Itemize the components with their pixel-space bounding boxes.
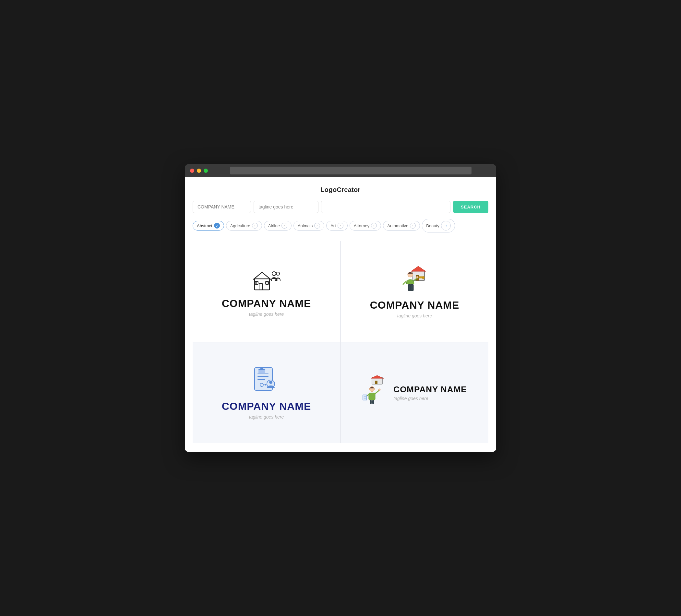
logo-company-name-3: COMPANY NAME: [222, 401, 311, 412]
extra-search-input[interactable]: [321, 201, 450, 213]
titlebar: [185, 164, 496, 177]
logo-company-name-2: COMPANY NAME: [370, 299, 459, 311]
close-button[interactable]: [190, 169, 194, 173]
svg-rect-24: [411, 284, 413, 291]
filter-chip-airline[interactable]: Airline: [264, 221, 292, 231]
check-icon-airline: [281, 223, 287, 229]
filter-label-attorney: Attorney: [354, 223, 369, 228]
svg-rect-47: [370, 400, 372, 404]
logo-tagline-2: tagline goes here: [397, 313, 432, 318]
tagline-input[interactable]: [254, 201, 319, 213]
svg-rect-48: [372, 400, 374, 404]
filter-bar: Abstract Agriculture Airline Animals Art…: [193, 219, 488, 236]
filter-label-airline: Airline: [268, 223, 280, 228]
logo-card-3[interactable]: COMPANY NAME tagline goes here: [193, 342, 340, 443]
svg-point-32: [269, 381, 272, 384]
svg-point-11: [276, 272, 280, 275]
filter-chip-beauty[interactable]: Beauty →: [422, 219, 455, 232]
search-bar: SEARCH: [193, 201, 488, 213]
logo-card-2[interactable]: COMPANY NAME tagline goes here: [341, 241, 488, 342]
svg-line-20: [403, 281, 406, 284]
logo-company-name-1: COMPANY NAME: [222, 298, 311, 310]
svg-rect-1: [259, 283, 262, 290]
logo-tagline-3: tagline goes here: [249, 414, 284, 419]
logo-tagline-4: tagline goes here: [393, 396, 466, 401]
filter-chip-automotive[interactable]: Automotive: [383, 221, 420, 231]
svg-point-42: [378, 389, 380, 391]
filter-label-animals: Animals: [298, 223, 312, 228]
svg-rect-18: [423, 277, 424, 279]
url-bar[interactable]: [230, 166, 472, 174]
app-window: LogoCreator SEARCH Abstract Agriculture …: [185, 164, 496, 452]
logo-icon-1: [252, 266, 281, 292]
svg-line-41: [375, 390, 379, 393]
logo-grid: COMPANY NAME tagline goes here: [193, 241, 488, 443]
company-name-input[interactable]: [193, 201, 251, 213]
check-icon-animals: [314, 223, 320, 229]
check-icon-attorney: [371, 223, 377, 229]
logo-card-4[interactable]: COMPANY NAME tagline goes here: [341, 342, 488, 443]
logo-tagline-1: tagline goes here: [249, 312, 284, 317]
check-icon-automotive: [410, 223, 416, 229]
filter-chip-abstract[interactable]: Abstract: [193, 221, 224, 231]
filter-label-agriculture: Agriculture: [230, 223, 250, 228]
filter-chip-agriculture[interactable]: Agriculture: [226, 221, 262, 231]
filter-label-abstract: Abstract: [197, 223, 212, 228]
svg-rect-44: [363, 395, 367, 400]
search-button[interactable]: SEARCH: [453, 201, 488, 213]
maximize-button[interactable]: [204, 169, 208, 173]
logo-icon-2: [399, 265, 431, 294]
filter-chip-animals[interactable]: Animals: [294, 221, 324, 231]
svg-point-22: [417, 276, 418, 278]
check-icon-agriculture: [252, 223, 258, 229]
filter-label-beauty: Beauty: [426, 223, 439, 228]
svg-rect-38: [375, 381, 377, 384]
filter-label-automotive: Automotive: [387, 223, 408, 228]
logo-card-1[interactable]: COMPANY NAME tagline goes here: [193, 241, 340, 342]
minimize-button[interactable]: [197, 169, 201, 173]
filter-chip-art[interactable]: Art: [326, 221, 348, 231]
svg-point-8: [272, 272, 276, 276]
svg-rect-40: [369, 393, 375, 400]
logo-company-name-4: COMPANY NAME: [393, 385, 466, 394]
logo-text-block-4: COMPANY NAME tagline goes here: [393, 385, 466, 401]
svg-marker-15: [411, 266, 426, 272]
app-body: LogoCreator SEARCH Abstract Agriculture …: [185, 177, 496, 452]
filter-next-arrow[interactable]: →: [441, 221, 451, 231]
filter-chip-attorney[interactable]: Attorney: [350, 221, 381, 231]
check-icon-art: [337, 223, 344, 229]
logo-icon-3: [252, 366, 281, 395]
logo-icon-4: [362, 376, 388, 405]
svg-rect-23: [408, 284, 411, 291]
check-icon-abstract: [214, 223, 220, 229]
app-title: LogoCreator: [193, 186, 488, 194]
filter-label-art: Art: [330, 223, 336, 228]
